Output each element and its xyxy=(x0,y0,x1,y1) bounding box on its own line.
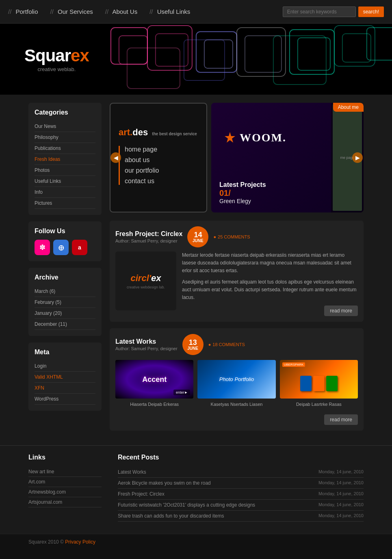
archive-item: March (6) xyxy=(35,286,95,297)
read-more-button[interactable]: read more xyxy=(324,306,358,316)
sidebar: Categories Our News Philosophy Publicati… xyxy=(28,103,102,437)
recent-post-link[interactable]: Aerok Bicycle makes you swim on the road xyxy=(118,480,211,486)
post-header: Fresh Project: Circlex Author: Samuel Pe… xyxy=(115,226,358,247)
photo-portfolio-label: Photo Portfolio xyxy=(219,376,254,382)
slider-prev-button[interactable]: ◀ xyxy=(110,152,121,163)
search-bar: search! xyxy=(283,6,384,17)
work-labels: Hiaserta Deipab Erkeras Kasetyas Nsertad… xyxy=(115,401,358,407)
archive-section: Archive March (6) February (5) January (… xyxy=(28,268,102,336)
archive-december[interactable]: December (11) xyxy=(35,319,95,329)
recent-post-link[interactable]: Latest Works xyxy=(118,469,146,475)
work-thumb-1[interactable]: Accent enter► xyxy=(115,360,193,399)
category-publications[interactable]: Publications xyxy=(35,143,95,154)
recent-post-link[interactable]: Futuristic wristwatch '2Oct2031' display… xyxy=(118,502,255,508)
post-text-area: Mertasr lerode fertase niaserta deipab e… xyxy=(182,251,358,316)
category-photos[interactable]: Photos xyxy=(35,165,95,176)
art-logo: art.des the best design service xyxy=(119,127,198,138)
post-author: Author: Samuel Perry, designer xyxy=(115,346,178,351)
meta-section: Meta Login Valid XHTML XFN WordPress xyxy=(28,342,102,411)
hero-banner: Squarex creative weblab. xyxy=(0,24,392,95)
content-area: ◀ art.des the best design service home p… xyxy=(110,103,364,437)
category-useful-links[interactable]: Useful Links xyxy=(35,176,95,186)
comments-badge[interactable]: ● 25 COMMENTS xyxy=(213,234,250,239)
svg-rect-9 xyxy=(298,38,330,70)
footer-link-item: New art line xyxy=(28,467,102,477)
meta-wordpress[interactable]: WordPress xyxy=(35,394,95,404)
meta-valid-xhtml[interactable]: Valid XHTML xyxy=(35,372,95,382)
works-grid-area: Accent enter► Photo Portfolio UBERSPARK xyxy=(115,360,358,425)
date-day: 14 xyxy=(194,231,202,238)
footer-link-new-art[interactable]: New art line xyxy=(28,467,102,477)
meta-item: Login xyxy=(35,361,95,372)
category-our-news[interactable]: Our News xyxy=(35,121,95,132)
recent-post-row: Fresh Project: Circlex Monday, 14 june, … xyxy=(118,489,364,500)
footer-link-artnewsblog[interactable]: Artnewsblog.com xyxy=(28,487,102,497)
archive-february[interactable]: February (5) xyxy=(35,297,95,308)
meta-xfn[interactable]: XFN xyxy=(35,383,95,393)
search-button[interactable]: search! xyxy=(358,6,384,17)
meta-item: Valid XHTML xyxy=(35,372,95,383)
footer-link-item: Art.com xyxy=(28,477,102,487)
svg-rect-6 xyxy=(237,28,286,76)
footer-links-list: New art line Art.com Artnewsblog.com Art… xyxy=(28,467,102,507)
navigation: // Portfolio // Our Services // About Us… xyxy=(0,0,392,24)
nav-about-us[interactable]: // About Us xyxy=(105,8,137,15)
tagline: creative weblab. xyxy=(24,66,89,72)
footer-link-item: Artsjournal.com xyxy=(28,497,102,507)
work-link-1[interactable]: Hiaserta Deipab Erkeras xyxy=(130,402,179,407)
category-fresh-ideas[interactable]: Fresh Ideas xyxy=(35,154,95,165)
slide-left-panel: art.des the best design service home pag… xyxy=(110,103,207,212)
category-item: Publications xyxy=(35,143,95,154)
footer-recent-section: Recent Posts Latest Works Monday, 14 jun… xyxy=(118,454,364,522)
archive-item: December (11) xyxy=(35,319,95,330)
lastfm-icon[interactable]: a xyxy=(72,240,87,255)
nav-portfolio[interactable]: // Portfolio xyxy=(8,8,38,15)
work-label-2: Kasetyas Nsertads Liasen xyxy=(197,401,275,407)
comment-icon: ● xyxy=(213,234,216,239)
recent-post-link[interactable]: Fresh Project: Circlex xyxy=(118,491,165,497)
archive-item: February (5) xyxy=(35,297,95,308)
work-link-2[interactable]: Kasetyas Nsertads Liasen xyxy=(211,402,263,407)
read-more-works-button[interactable]: read more xyxy=(324,414,358,425)
work-thumb-2[interactable]: Photo Portfolio xyxy=(197,360,275,399)
logo-text: Squarex xyxy=(24,46,89,65)
archive-march[interactable]: March (6) xyxy=(35,286,95,297)
nav-our-services[interactable]: // Our Services xyxy=(50,8,93,15)
category-info[interactable]: Info xyxy=(35,187,95,197)
date-badge: 13 JUNE xyxy=(182,334,204,355)
meta-list: Login Valid XHTML XFN WordPress xyxy=(35,361,95,405)
category-philosophy[interactable]: Philosophy xyxy=(35,132,95,143)
comment-icon: ● xyxy=(208,342,211,347)
nav-useful-links[interactable]: // Useful Links xyxy=(149,8,190,15)
site-logo: Squarex creative weblab. xyxy=(24,46,89,72)
comments-count: 18 COMMENTS xyxy=(212,342,245,347)
category-item: Our News xyxy=(35,121,95,132)
post-author: Author: Samuel Perry, designer xyxy=(115,238,182,243)
privacy-policy-link[interactable]: Privacy Policy xyxy=(65,539,95,545)
copyright-text: Squarex 2010 © xyxy=(28,539,65,545)
flickr-icon[interactable]: ✽ xyxy=(35,240,50,255)
search-input[interactable] xyxy=(283,6,356,17)
recent-date: Monday, 14 june, 2010 xyxy=(318,513,364,519)
category-item: Pictures xyxy=(35,198,95,209)
work-thumb-3[interactable]: UBERSPARK xyxy=(280,360,358,399)
recent-post-row: Futuristic wristwatch '2Oct2031' display… xyxy=(118,500,364,511)
recent-post-row: Aerok Bicycle makes you swim on the road… xyxy=(118,478,364,489)
footer-link-artsjournal[interactable]: Artsjournal.com xyxy=(28,497,102,507)
slider-next-button[interactable]: ▶ xyxy=(352,152,363,163)
meta-login[interactable]: Login xyxy=(35,361,95,371)
delicious-icon[interactable]: ⨁ xyxy=(53,240,69,255)
logo-accent: ex xyxy=(71,46,89,65)
svg-rect-3 xyxy=(156,34,188,66)
post-header: Latest Works Author: Samuel Perry, desig… xyxy=(115,334,358,355)
recent-date: Monday, 14 june, 2010 xyxy=(318,469,364,475)
comments-badge[interactable]: ● 18 COMMENTS xyxy=(208,342,245,347)
date-month: JUNE xyxy=(187,346,198,351)
recent-post-link[interactable]: Share trash can adds fun to your discard… xyxy=(118,513,224,519)
category-pictures[interactable]: Pictures xyxy=(35,198,95,208)
recent-post-row: Share trash can adds fun to your discard… xyxy=(118,511,364,522)
footer-link-art[interactable]: Art.com xyxy=(28,477,102,487)
work-link-3[interactable]: Deipab Lasrtrke Rasas xyxy=(296,402,342,407)
archive-january[interactable]: January (20) xyxy=(35,308,95,318)
footer-links-title: Links xyxy=(28,454,102,461)
